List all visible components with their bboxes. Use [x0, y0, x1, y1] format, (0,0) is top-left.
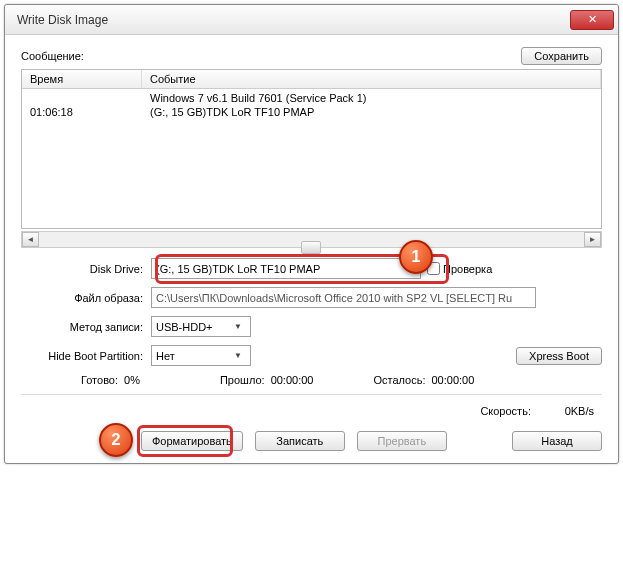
- log-row[interactable]: 01:06:18 (G:, 15 GB)TDK LoR TF10 PMAP: [22, 105, 601, 119]
- log-time: [22, 92, 142, 104]
- format-button[interactable]: Форматировать: [141, 431, 243, 451]
- write-method-label: Метод записи:: [21, 321, 151, 333]
- image-file-field[interactable]: C:\Users\ПК\Downloads\Microsoft Office 2…: [151, 287, 536, 308]
- horizontal-scrollbar[interactable]: ◄ ►: [21, 231, 602, 248]
- log-event: Windows 7 v6.1 Build 7601 (Service Pack …: [142, 92, 601, 104]
- xpress-boot-button[interactable]: Xpress Boot: [516, 347, 602, 365]
- remain-label: Осталось:: [373, 374, 431, 386]
- hide-boot-combobox[interactable]: Нет ▼: [151, 345, 251, 366]
- verify-label: Проверка: [443, 263, 492, 275]
- log-listview[interactable]: Время Событие Windows 7 v6.1 Build 7601 …: [21, 69, 602, 229]
- scroll-left-icon[interactable]: ◄: [22, 232, 39, 247]
- elapsed-value: 00:00:00: [271, 374, 344, 386]
- write-method-combobox[interactable]: USB-HDD+ ▼: [151, 316, 251, 337]
- content-area: Сообщение: Сохранить Время Событие Windo…: [5, 35, 618, 463]
- hide-boot-label: Hide Boot Partition:: [21, 350, 151, 362]
- ready-label: Готово:: [81, 374, 124, 386]
- disk-drive-label: Disk Drive:: [21, 263, 151, 275]
- ready-value: 0%: [124, 374, 170, 386]
- window-title: Write Disk Image: [17, 13, 570, 27]
- log-body: Windows 7 v6.1 Build 7601 (Service Pack …: [22, 89, 601, 121]
- close-button[interactable]: ✕: [570, 10, 614, 30]
- col-header-event[interactable]: Событие: [142, 70, 601, 88]
- separator: [21, 394, 602, 395]
- col-header-time[interactable]: Время: [22, 70, 142, 88]
- message-label: Сообщение:: [21, 50, 521, 62]
- elapsed-label: Прошло:: [220, 374, 271, 386]
- speed-label: Скорость:: [480, 405, 531, 417]
- back-button[interactable]: Назад: [512, 431, 602, 451]
- log-row[interactable]: Windows 7 v6.1 Build 7601 (Service Pack …: [22, 91, 601, 105]
- log-event: (G:, 15 GB)TDK LoR TF10 PMAP: [142, 106, 601, 118]
- image-file-value: C:\Users\ПК\Downloads\Microsoft Office 2…: [156, 292, 512, 304]
- chevron-down-icon: ▼: [230, 351, 246, 360]
- disk-drive-combobox[interactable]: (G:, 15 GB)TDK LoR TF10 PMAP ▼: [151, 258, 421, 279]
- verify-checkbox[interactable]: Проверка: [427, 262, 492, 275]
- speed-value: 0KB/s: [534, 405, 594, 417]
- close-icon: ✕: [588, 13, 597, 26]
- save-button[interactable]: Сохранить: [521, 47, 602, 65]
- write-button[interactable]: Записать: [255, 431, 345, 451]
- window-frame: Write Disk Image ✕ Сообщение: Сохранить …: [4, 4, 619, 464]
- scroll-thumb[interactable]: [301, 241, 321, 254]
- write-method-value: USB-HDD+: [156, 321, 213, 333]
- remain-value: 00:00:00: [432, 374, 505, 386]
- log-time: 01:06:18: [22, 106, 142, 118]
- titlebar[interactable]: Write Disk Image ✕: [5, 5, 618, 35]
- annotation-badge-2: 2: [99, 423, 133, 457]
- log-header: Время Событие: [22, 70, 601, 89]
- disk-drive-value: (G:, 15 GB)TDK LoR TF10 PMAP: [156, 263, 320, 275]
- chevron-down-icon: ▼: [230, 322, 246, 331]
- abort-button: Прервать: [357, 431, 447, 451]
- hide-boot-value: Нет: [156, 350, 175, 362]
- annotation-badge-1: 1: [399, 240, 433, 274]
- image-file-label: Файл образа:: [21, 292, 151, 304]
- scroll-right-icon[interactable]: ►: [584, 232, 601, 247]
